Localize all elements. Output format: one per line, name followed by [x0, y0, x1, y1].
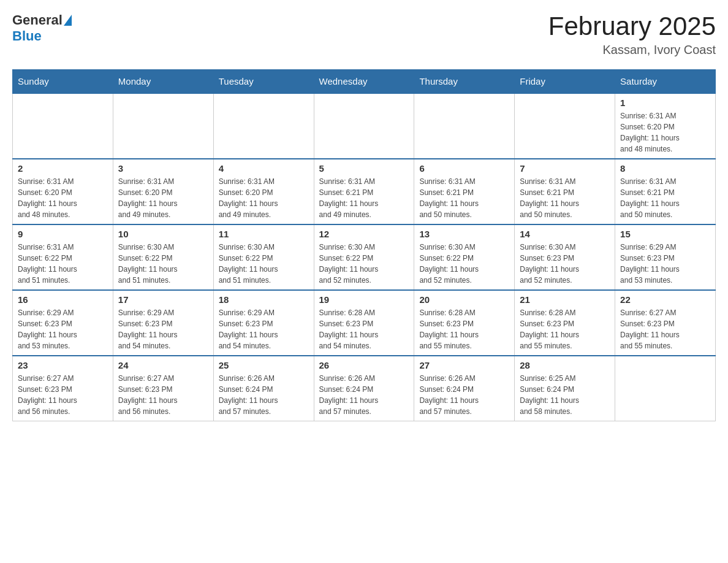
header-sunday: Sunday: [13, 70, 113, 94]
day-number: 15: [620, 229, 710, 239]
header-tuesday: Tuesday: [213, 70, 314, 94]
calendar-cell: 3Sunrise: 6:31 AM Sunset: 6:20 PM Daylig…: [113, 159, 213, 224]
calendar-cell: [113, 93, 213, 159]
day-number: 9: [18, 229, 108, 239]
calendar-cell: [314, 93, 414, 159]
day-info: Sunrise: 6:26 AM Sunset: 6:24 PM Dayligh…: [319, 373, 409, 417]
calendar-cell: 6Sunrise: 6:31 AM Sunset: 6:21 PM Daylig…: [414, 159, 515, 224]
day-info: Sunrise: 6:31 AM Sunset: 6:21 PM Dayligh…: [520, 176, 610, 220]
day-number: 26: [319, 360, 409, 370]
day-number: 20: [419, 294, 509, 305]
day-number: 5: [319, 163, 409, 174]
calendar-cell: 2Sunrise: 6:31 AM Sunset: 6:20 PM Daylig…: [13, 159, 113, 224]
calendar-cell: 19Sunrise: 6:28 AM Sunset: 6:23 PM Dayli…: [314, 290, 414, 356]
calendar-cell: 13Sunrise: 6:30 AM Sunset: 6:22 PM Dayli…: [414, 224, 515, 290]
day-info: Sunrise: 6:28 AM Sunset: 6:23 PM Dayligh…: [419, 307, 509, 351]
calendar-cell: [13, 93, 113, 159]
day-number: 27: [419, 360, 509, 370]
calendar-cell: 23Sunrise: 6:27 AM Sunset: 6:23 PM Dayli…: [13, 356, 113, 421]
calendar-cell: 28Sunrise: 6:25 AM Sunset: 6:24 PM Dayli…: [515, 356, 615, 421]
day-number: 8: [620, 163, 710, 174]
calendar-cell: 5Sunrise: 6:31 AM Sunset: 6:21 PM Daylig…: [314, 159, 414, 224]
calendar-cell: 11Sunrise: 6:30 AM Sunset: 6:22 PM Dayli…: [213, 224, 314, 290]
page-header: General Blue February 2025 Kassam, Ivory…: [12, 12, 716, 57]
day-info: Sunrise: 6:30 AM Sunset: 6:23 PM Dayligh…: [520, 242, 610, 286]
calendar-cell: 8Sunrise: 6:31 AM Sunset: 6:21 PM Daylig…: [615, 159, 716, 224]
calendar-cell: 9Sunrise: 6:31 AM Sunset: 6:22 PM Daylig…: [13, 224, 113, 290]
day-number: 18: [219, 294, 309, 305]
day-info: Sunrise: 6:31 AM Sunset: 6:20 PM Dayligh…: [620, 110, 710, 155]
day-number: 13: [419, 229, 509, 239]
day-number: 19: [319, 294, 409, 305]
calendar-cell: 18Sunrise: 6:29 AM Sunset: 6:23 PM Dayli…: [213, 290, 314, 356]
day-info: Sunrise: 6:29 AM Sunset: 6:23 PM Dayligh…: [219, 307, 309, 351]
calendar-cell: 17Sunrise: 6:29 AM Sunset: 6:23 PM Dayli…: [113, 290, 213, 356]
day-info: Sunrise: 6:27 AM Sunset: 6:23 PM Dayligh…: [18, 373, 108, 417]
day-number: 28: [520, 360, 610, 370]
day-info: Sunrise: 6:27 AM Sunset: 6:23 PM Dayligh…: [118, 373, 208, 417]
day-number: 21: [520, 294, 610, 305]
day-info: Sunrise: 6:30 AM Sunset: 6:22 PM Dayligh…: [118, 242, 208, 286]
calendar-cell: 15Sunrise: 6:29 AM Sunset: 6:23 PM Dayli…: [615, 224, 716, 290]
day-info: Sunrise: 6:30 AM Sunset: 6:22 PM Dayligh…: [219, 242, 309, 286]
day-number: 22: [620, 294, 710, 305]
logo: General Blue: [12, 12, 72, 44]
day-number: 1: [620, 98, 710, 108]
day-info: Sunrise: 6:26 AM Sunset: 6:24 PM Dayligh…: [419, 373, 509, 417]
day-info: Sunrise: 6:31 AM Sunset: 6:21 PM Dayligh…: [419, 176, 509, 220]
calendar-cell: 12Sunrise: 6:30 AM Sunset: 6:22 PM Dayli…: [314, 224, 414, 290]
week-row-4: 16Sunrise: 6:29 AM Sunset: 6:23 PM Dayli…: [13, 290, 716, 356]
title-section: February 2025 Kassam, Ivory Coast: [548, 12, 716, 57]
logo-blue-text: Blue: [12, 28, 42, 44]
logo-general-text: General: [12, 12, 63, 28]
week-row-1: 1Sunrise: 6:31 AM Sunset: 6:20 PM Daylig…: [13, 93, 716, 159]
calendar-cell: [615, 356, 716, 421]
calendar-cell: [515, 93, 615, 159]
calendar-header-row: SundayMondayTuesdayWednesdayThursdayFrid…: [13, 70, 716, 94]
day-number: 10: [118, 229, 208, 239]
day-number: 24: [118, 360, 208, 370]
header-saturday: Saturday: [615, 70, 716, 94]
calendar-cell: 10Sunrise: 6:30 AM Sunset: 6:22 PM Dayli…: [113, 224, 213, 290]
day-info: Sunrise: 6:30 AM Sunset: 6:22 PM Dayligh…: [419, 242, 509, 286]
header-wednesday: Wednesday: [314, 70, 414, 94]
day-number: 16: [18, 294, 108, 305]
day-number: 23: [18, 360, 108, 370]
day-info: Sunrise: 6:30 AM Sunset: 6:22 PM Dayligh…: [319, 242, 409, 286]
page-title: February 2025: [548, 12, 716, 40]
calendar-cell: 25Sunrise: 6:26 AM Sunset: 6:24 PM Dayli…: [213, 356, 314, 421]
calendar-cell: [213, 93, 314, 159]
day-info: Sunrise: 6:31 AM Sunset: 6:20 PM Dayligh…: [18, 176, 108, 220]
week-row-5: 23Sunrise: 6:27 AM Sunset: 6:23 PM Dayli…: [13, 356, 716, 421]
day-number: 2: [18, 163, 108, 174]
day-info: Sunrise: 6:31 AM Sunset: 6:21 PM Dayligh…: [620, 176, 710, 220]
day-number: 17: [118, 294, 208, 305]
day-number: 25: [219, 360, 309, 370]
day-number: 12: [319, 229, 409, 239]
calendar-cell: 21Sunrise: 6:28 AM Sunset: 6:23 PM Dayli…: [515, 290, 615, 356]
calendar-cell: 1Sunrise: 6:31 AM Sunset: 6:20 PM Daylig…: [615, 93, 716, 159]
week-row-2: 2Sunrise: 6:31 AM Sunset: 6:20 PM Daylig…: [13, 159, 716, 224]
day-number: 6: [419, 163, 509, 174]
calendar-cell: 22Sunrise: 6:27 AM Sunset: 6:23 PM Dayli…: [615, 290, 716, 356]
page-subtitle: Kassam, Ivory Coast: [548, 43, 716, 57]
calendar-table: SundayMondayTuesdayWednesdayThursdayFrid…: [12, 69, 716, 421]
day-info: Sunrise: 6:25 AM Sunset: 6:24 PM Dayligh…: [520, 373, 610, 417]
header-monday: Monday: [113, 70, 213, 94]
day-number: 4: [219, 163, 309, 174]
header-friday: Friday: [515, 70, 615, 94]
calendar-cell: 14Sunrise: 6:30 AM Sunset: 6:23 PM Dayli…: [515, 224, 615, 290]
day-info: Sunrise: 6:31 AM Sunset: 6:20 PM Dayligh…: [118, 176, 208, 220]
day-info: Sunrise: 6:29 AM Sunset: 6:23 PM Dayligh…: [118, 307, 208, 351]
day-info: Sunrise: 6:29 AM Sunset: 6:23 PM Dayligh…: [620, 242, 710, 286]
day-info: Sunrise: 6:28 AM Sunset: 6:23 PM Dayligh…: [319, 307, 409, 351]
day-info: Sunrise: 6:26 AM Sunset: 6:24 PM Dayligh…: [219, 373, 309, 417]
header-thursday: Thursday: [414, 70, 515, 94]
calendar-cell: 16Sunrise: 6:29 AM Sunset: 6:23 PM Dayli…: [13, 290, 113, 356]
day-info: Sunrise: 6:27 AM Sunset: 6:23 PM Dayligh…: [620, 307, 710, 351]
day-info: Sunrise: 6:31 AM Sunset: 6:22 PM Dayligh…: [18, 242, 108, 286]
calendar-cell: [414, 93, 515, 159]
day-info: Sunrise: 6:29 AM Sunset: 6:23 PM Dayligh…: [18, 307, 108, 351]
calendar-cell: 4Sunrise: 6:31 AM Sunset: 6:20 PM Daylig…: [213, 159, 314, 224]
week-row-3: 9Sunrise: 6:31 AM Sunset: 6:22 PM Daylig…: [13, 224, 716, 290]
